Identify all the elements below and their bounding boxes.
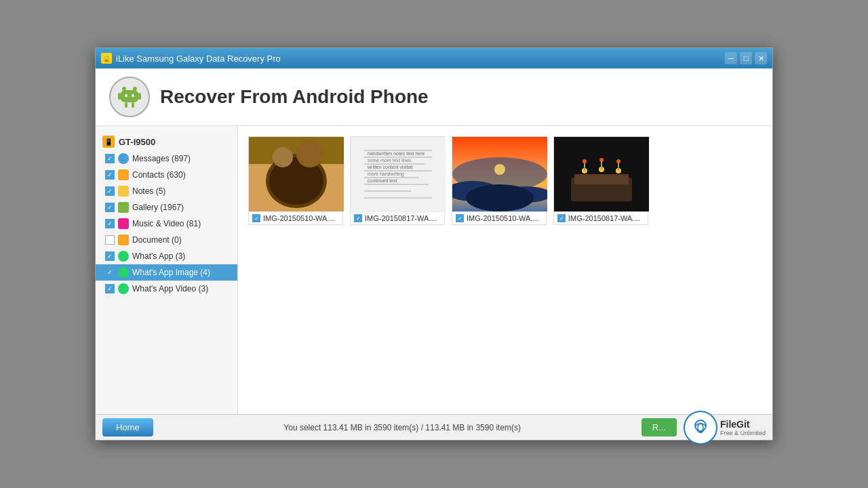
label-contacts: Contacts (630) xyxy=(132,170,186,180)
title-bar: 🔒 iLike Samsung Galaxy Data Recovery Pro… xyxy=(96,48,772,68)
checkbox-contacts[interactable] xyxy=(105,170,115,180)
device-icon: 📱 xyxy=(102,136,115,148)
image-label-row-3: IMG-20150510-WA.... xyxy=(452,211,546,224)
checkbox-notes[interactable] xyxy=(105,186,115,196)
sidebar-item-notes[interactable]: Notes (5) xyxy=(96,183,237,199)
image-label-row-1: IMG-20150510-WA.... xyxy=(249,211,342,224)
image-card-3[interactable]: IMG-20150510-WA.... xyxy=(452,136,547,225)
sidebar-items-container: Messages (897)Contacts (630)Notes (5)Gal… xyxy=(96,150,237,297)
svg-point-46 xyxy=(616,159,620,163)
icon-whatsapp-image xyxy=(118,267,129,278)
icon-gallery xyxy=(118,202,129,213)
svg-rect-2 xyxy=(120,90,139,102)
icon-whatsapp xyxy=(118,251,129,262)
svg-rect-4 xyxy=(138,93,141,100)
icon-notes xyxy=(118,186,129,197)
checkbox-gallery[interactable] xyxy=(105,203,115,212)
svg-text:written content visible: written content visible xyxy=(367,165,413,169)
image-thumb-3 xyxy=(452,137,547,211)
sidebar-item-whatsapp-video[interactable]: What's App Video (3) xyxy=(96,281,237,297)
image-filename-3: IMG-20150510-WA.... xyxy=(467,214,539,222)
footer: Home You select 113.41 MB in 3590 item(s… xyxy=(96,414,772,440)
checkbox-whatsapp-video[interactable] xyxy=(105,284,115,293)
maximize-button[interactable]: □ xyxy=(740,52,752,64)
window-title: iLike Samsung Galaxy Data Recovery Pro xyxy=(116,54,725,64)
svg-point-7 xyxy=(125,94,127,97)
status-text: You select 113.41 MB in 3590 item(s) / 1… xyxy=(163,423,642,432)
filegit-tagline: Free & Unlimited xyxy=(720,430,766,436)
svg-rect-5 xyxy=(125,102,127,108)
sidebar-item-music[interactable]: Music & Video (81) xyxy=(96,216,237,232)
svg-text:handwritten notes text here: handwritten notes text here xyxy=(368,151,425,156)
close-button[interactable]: ✕ xyxy=(755,52,767,64)
svg-point-44 xyxy=(583,159,587,163)
label-notes: Notes (5) xyxy=(132,186,165,196)
main-content: IMG-20150510-WA.... handwritten notes te… xyxy=(238,126,772,414)
icon-messages xyxy=(118,153,129,164)
image-card-4[interactable]: IMG-20150817-WA.... xyxy=(553,136,648,225)
label-whatsapp-video: What's App Video (3) xyxy=(132,284,208,293)
svg-text:more handwriting: more handwriting xyxy=(368,171,404,177)
image-filename-1: IMG-20150510-WA.... xyxy=(263,214,336,222)
page-title: Recover From Android Phone xyxy=(160,86,429,108)
filegit-name: FileGit xyxy=(720,419,766,430)
app-icon: 🔒 xyxy=(101,53,112,64)
svg-rect-37 xyxy=(574,174,629,184)
sidebar-item-contacts[interactable]: Contacts (630) xyxy=(96,167,237,183)
image-card-1[interactable]: IMG-20150510-WA.... xyxy=(248,136,343,225)
svg-point-8 xyxy=(132,94,134,97)
header: Recover From Android Phone xyxy=(96,68,772,126)
checkbox-whatsapp[interactable] xyxy=(105,251,115,261)
svg-point-34 xyxy=(494,164,505,175)
icon-contacts xyxy=(118,169,129,180)
main-window: 🔒 iLike Samsung Galaxy Data Recovery Pro… xyxy=(95,47,773,441)
icon-music xyxy=(118,218,129,229)
image-filename-2: IMG-20150817-WA.... xyxy=(365,214,437,222)
svg-point-14 xyxy=(296,140,323,167)
image-thumb-1 xyxy=(249,137,344,211)
svg-point-45 xyxy=(599,158,604,162)
svg-rect-41 xyxy=(584,163,585,171)
sidebar-item-whatsapp-image[interactable]: What's App Image (4) xyxy=(96,264,237,281)
checkbox-music[interactable] xyxy=(105,219,115,228)
icon-document xyxy=(118,235,129,245)
sidebar-item-document[interactable]: Document (0) xyxy=(96,232,237,248)
svg-text:continued text: continued text xyxy=(368,178,397,183)
label-whatsapp: What's App (3) xyxy=(132,251,185,261)
device-label: 📱 GT-I9500 xyxy=(96,133,237,150)
checkbox-document[interactable] xyxy=(105,235,115,245)
svg-point-13 xyxy=(273,147,293,167)
filegit-branding: FileGit Free & Unlimited xyxy=(684,411,766,445)
image-label-row-2: IMG-20150817-WA.... xyxy=(351,211,444,224)
sidebar-item-gallery[interactable]: Gallery (1967) xyxy=(96,199,237,216)
image-label-row-4: IMG-20150817-WA.... xyxy=(554,211,648,224)
image-grid: IMG-20150510-WA.... handwritten notes te… xyxy=(248,136,762,225)
label-whatsapp-image: What's App Image (4) xyxy=(132,268,210,277)
checkbox-messages[interactable] xyxy=(105,154,115,163)
sidebar-item-messages[interactable]: Messages (897) xyxy=(96,150,237,167)
label-gallery: Gallery (1967) xyxy=(132,203,184,212)
image-card-2[interactable]: handwritten notes text here some more te… xyxy=(350,136,445,225)
image-checkbox-1[interactable] xyxy=(252,214,260,222)
recover-button[interactable]: R... xyxy=(642,418,677,436)
label-messages: Messages (897) xyxy=(132,154,191,163)
svg-point-33 xyxy=(466,184,534,211)
svg-rect-6 xyxy=(132,102,134,108)
icon-whatsapp-video xyxy=(118,283,129,294)
image-checkbox-3[interactable] xyxy=(456,214,464,222)
window-controls: ─ □ ✕ xyxy=(725,52,767,64)
filegit-icon xyxy=(684,411,717,445)
image-checkbox-4[interactable] xyxy=(557,214,566,222)
svg-rect-3 xyxy=(118,93,121,100)
home-button[interactable]: Home xyxy=(102,418,153,436)
minimize-button[interactable]: ─ xyxy=(725,52,737,64)
image-checkbox-2[interactable] xyxy=(354,214,362,222)
checkbox-whatsapp-image[interactable] xyxy=(105,268,115,277)
svg-rect-42 xyxy=(601,161,602,169)
sidebar-item-whatsapp[interactable]: What's App (3) xyxy=(96,248,237,264)
svg-text:some more text lines: some more text lines xyxy=(368,158,412,163)
sidebar: 📱 GT-I9500 Messages (897)Contacts (630)N… xyxy=(96,126,238,414)
content-area: 📱 GT-I9500 Messages (897)Contacts (630)N… xyxy=(96,126,772,414)
android-logo xyxy=(109,77,150,117)
image-thumb-2: handwritten notes text here some more te… xyxy=(351,137,446,211)
